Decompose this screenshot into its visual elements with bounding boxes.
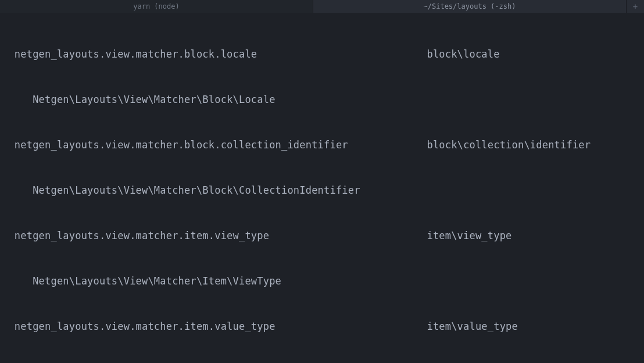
tab-bar: yarn (node) ~/Sites/layouts (-zsh) + (0, 0, 644, 13)
tab-label: ~/Sites/layouts (-zsh) (424, 0, 516, 14)
terminal-line: netgen_layouts.view.matcher.item.view_ty… (2, 228, 642, 243)
terminal-line: Netgen\Layouts\View\Matcher\Item\ViewTyp… (2, 273, 642, 289)
terminal-line: Netgen\Layouts\View\Matcher\Block\Locale (2, 92, 642, 107)
terminal-line: netgen_layouts.view.matcher.item.value_t… (2, 319, 642, 334)
terminal-output[interactable]: netgen_layouts.view.matcher.block.locale… (0, 13, 644, 363)
plus-icon: + (633, 0, 638, 14)
tab-label: yarn (node) (133, 0, 179, 14)
terminal-line: netgen_layouts.view.matcher.block.locale… (2, 47, 642, 62)
tab-add-button[interactable]: + (627, 0, 644, 13)
terminal-line: Netgen\Layouts\View\Matcher\Block\Collec… (2, 183, 642, 198)
terminal-line: netgen_layouts.view.matcher.block.collec… (2, 137, 642, 152)
tab-yarn[interactable]: yarn (node) (0, 0, 313, 13)
tab-layouts[interactable]: ~/Sites/layouts (-zsh) (313, 0, 627, 13)
